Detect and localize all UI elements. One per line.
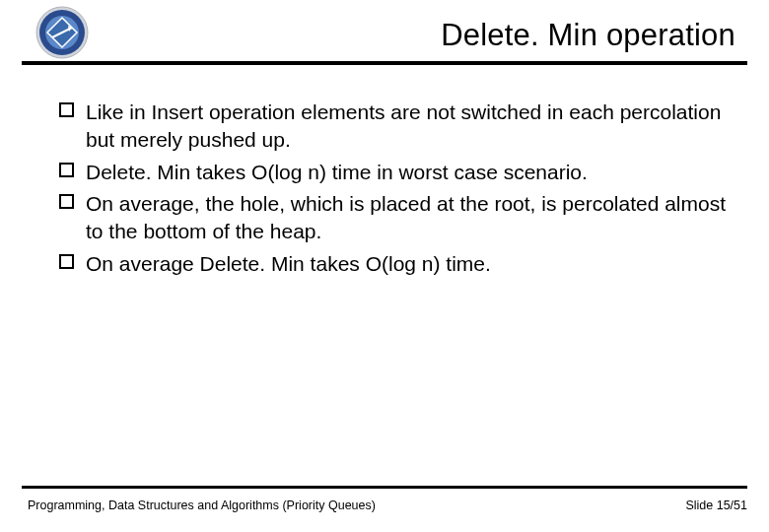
list-item: On average Delete. Min takes O(log n) ti… [59, 250, 730, 278]
bullet-square-icon [59, 163, 74, 177]
content-area: Like in Insert operation elements are no… [59, 99, 730, 282]
bullet-text: Like in Insert operation elements are no… [86, 99, 730, 155]
logo-seal-icon [35, 6, 89, 59]
list-item: Like in Insert operation elements are no… [59, 99, 730, 155]
footer-left: Programming, Data Structures and Algorit… [28, 499, 376, 512]
divider-bottom [22, 486, 747, 489]
list-item: On average, the hole, which is placed at… [59, 190, 730, 246]
bullet-square-icon [59, 254, 74, 269]
bullet-text: Delete. Min takes O(log n) time in worst… [86, 159, 588, 186]
divider-top [22, 61, 747, 65]
footer-right: Slide 15/51 [685, 499, 747, 512]
bullet-square-icon [59, 102, 74, 117]
list-item: Delete. Min takes O(log n) time in worst… [59, 159, 730, 186]
header: Delete. Min operation [0, 0, 769, 61]
footer: Programming, Data Structures and Algorit… [28, 499, 747, 512]
bullet-square-icon [59, 194, 74, 209]
slide-title: Delete. Min operation [441, 18, 735, 53]
slide: Delete. Min operation Like in Insert ope… [0, 0, 769, 532]
bullet-text: On average Delete. Min takes O(log n) ti… [86, 250, 491, 278]
bullet-text: On average, the hole, which is placed at… [86, 190, 730, 246]
